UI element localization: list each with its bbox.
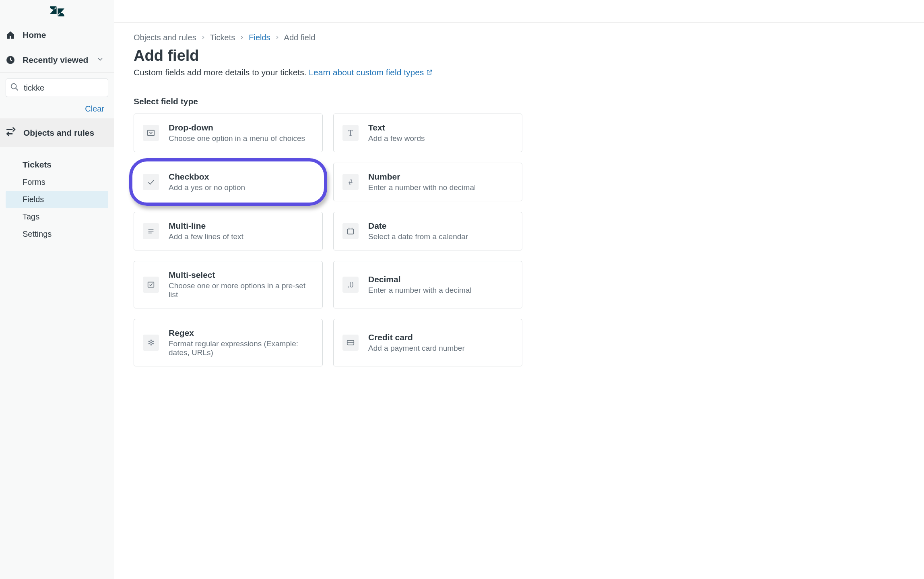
field-type-desc: Select a date from a calendar bbox=[368, 232, 468, 241]
zendesk-logo bbox=[0, 0, 114, 23]
multiselect-icon bbox=[143, 277, 159, 293]
field-type-title: Number bbox=[368, 172, 476, 182]
breadcrumb-current: Add field bbox=[284, 33, 316, 42]
field-type-card-decimal[interactable]: .0 Decimal Enter a number with a decimal bbox=[333, 261, 522, 308]
nav-home-label: Home bbox=[23, 30, 46, 40]
svg-rect-3 bbox=[148, 130, 155, 136]
subnav-item-settings[interactable]: Settings bbox=[0, 225, 114, 243]
nav-home[interactable]: Home bbox=[0, 23, 114, 48]
page-subtitle: Custom fields add more details to your t… bbox=[134, 68, 905, 77]
chevron-right-icon bbox=[239, 33, 245, 42]
breadcrumb: Objects and rules Tickets Fields Add fie… bbox=[134, 33, 905, 42]
search-icon bbox=[10, 83, 19, 93]
sidebar-search[interactable] bbox=[6, 79, 108, 97]
nav-section-label: Objects and rules bbox=[23, 128, 94, 138]
subnav-item-tags[interactable]: Tags bbox=[0, 208, 114, 225]
field-type-desc: Format regular expressions (Example: dat… bbox=[169, 339, 314, 357]
field-type-desc: Enter a number with a decimal bbox=[368, 286, 472, 295]
field-type-title: Text bbox=[368, 123, 425, 132]
chevron-right-icon bbox=[274, 33, 280, 42]
field-type-title: Multi-select bbox=[169, 270, 314, 280]
field-type-title: Checkbox bbox=[169, 172, 245, 182]
field-type-desc: Choose one or more options in a pre-set … bbox=[169, 281, 314, 299]
sidebar: Home Recently viewed Clear Objects and r… bbox=[0, 0, 114, 579]
subtitle-text: Custom fields add more details to your t… bbox=[134, 68, 309, 77]
field-type-title: Regex bbox=[169, 328, 314, 338]
home-icon bbox=[6, 30, 15, 40]
field-type-card-number[interactable]: # Number Enter a number with no decimal bbox=[333, 163, 522, 201]
svg-rect-7 bbox=[348, 229, 354, 234]
sidebar-search-wrap bbox=[0, 73, 114, 103]
text-icon: T bbox=[342, 125, 359, 141]
credit-card-icon bbox=[342, 335, 359, 351]
subnav-group-tickets: Tickets bbox=[0, 156, 114, 174]
sidebar-subnav: Tickets Forms Fields Tags Settings bbox=[0, 147, 114, 243]
search-input[interactable] bbox=[23, 83, 104, 93]
section-label: Select field type bbox=[134, 97, 905, 106]
chevron-right-icon bbox=[200, 33, 206, 42]
nav-section-objects-and-rules[interactable]: Objects and rules bbox=[0, 118, 114, 147]
decimal-icon: .0 bbox=[342, 277, 359, 293]
external-link-icon bbox=[426, 68, 433, 77]
field-type-card-creditcard[interactable]: Credit card Add a payment card number bbox=[333, 319, 522, 366]
field-type-card-text[interactable]: T Text Add a few words bbox=[333, 114, 522, 152]
field-type-title: Multi-line bbox=[169, 221, 243, 231]
objects-rules-icon bbox=[6, 126, 16, 139]
field-type-desc: Choose one option in a menu of choices bbox=[169, 134, 305, 143]
clock-icon bbox=[6, 55, 15, 65]
chevron-down-icon bbox=[96, 55, 104, 65]
lines-icon bbox=[143, 223, 159, 239]
field-type-desc: Add a yes or no option bbox=[169, 183, 245, 192]
svg-rect-10 bbox=[148, 282, 154, 287]
field-type-title: Date bbox=[368, 221, 468, 231]
field-type-card-multiselect[interactable]: Multi-select Choose one or more options … bbox=[134, 261, 323, 308]
calendar-icon bbox=[342, 223, 359, 239]
main: Objects and rules Tickets Fields Add fie… bbox=[114, 0, 924, 579]
field-type-desc: Enter a number with no decimal bbox=[368, 183, 476, 192]
field-type-card-checkbox[interactable]: Checkbox Add a yes or no option bbox=[134, 163, 323, 201]
hash-icon: # bbox=[342, 174, 359, 190]
field-type-card-multiline[interactable]: Multi-line Add a few lines of text bbox=[134, 212, 323, 250]
nav-recently-viewed[interactable]: Recently viewed bbox=[0, 48, 114, 72]
svg-line-2 bbox=[16, 88, 18, 91]
nav-recent-label: Recently viewed bbox=[23, 55, 88, 65]
field-type-desc: Add a payment card number bbox=[368, 344, 465, 353]
field-type-desc: Add a few words bbox=[368, 134, 425, 143]
field-type-card-dropdown[interactable]: Drop-down Choose one option in a menu of… bbox=[134, 114, 323, 152]
breadcrumb-tickets[interactable]: Tickets bbox=[210, 33, 235, 42]
field-type-card-regex[interactable]: ✻ Regex Format regular expressions (Exam… bbox=[134, 319, 323, 366]
field-type-title: Decimal bbox=[368, 275, 472, 284]
subnav-item-fields[interactable]: Fields bbox=[6, 191, 108, 208]
field-type-desc: Add a few lines of text bbox=[169, 232, 243, 241]
asterisk-icon: ✻ bbox=[143, 335, 159, 351]
page-title: Add field bbox=[134, 47, 905, 64]
field-type-grid: Drop-down Choose one option in a menu of… bbox=[134, 114, 905, 366]
svg-point-1 bbox=[11, 84, 16, 89]
field-type-card-date[interactable]: Date Select a date from a calendar bbox=[333, 212, 522, 250]
learn-link-label: Learn about custom field types bbox=[309, 68, 424, 77]
check-icon bbox=[143, 174, 159, 190]
field-type-title: Credit card bbox=[368, 333, 465, 342]
breadcrumb-fields[interactable]: Fields bbox=[249, 33, 270, 42]
dropdown-icon bbox=[143, 125, 159, 141]
svg-rect-11 bbox=[347, 341, 354, 345]
topbar bbox=[114, 0, 924, 23]
subnav-item-forms[interactable]: Forms bbox=[0, 174, 114, 191]
clear-search-link[interactable]: Clear bbox=[85, 104, 104, 113]
field-type-title: Drop-down bbox=[169, 123, 305, 132]
learn-link[interactable]: Learn about custom field types bbox=[309, 68, 433, 77]
breadcrumb-objects-and-rules[interactable]: Objects and rules bbox=[134, 33, 196, 42]
content: Objects and rules Tickets Fields Add fie… bbox=[114, 23, 924, 377]
